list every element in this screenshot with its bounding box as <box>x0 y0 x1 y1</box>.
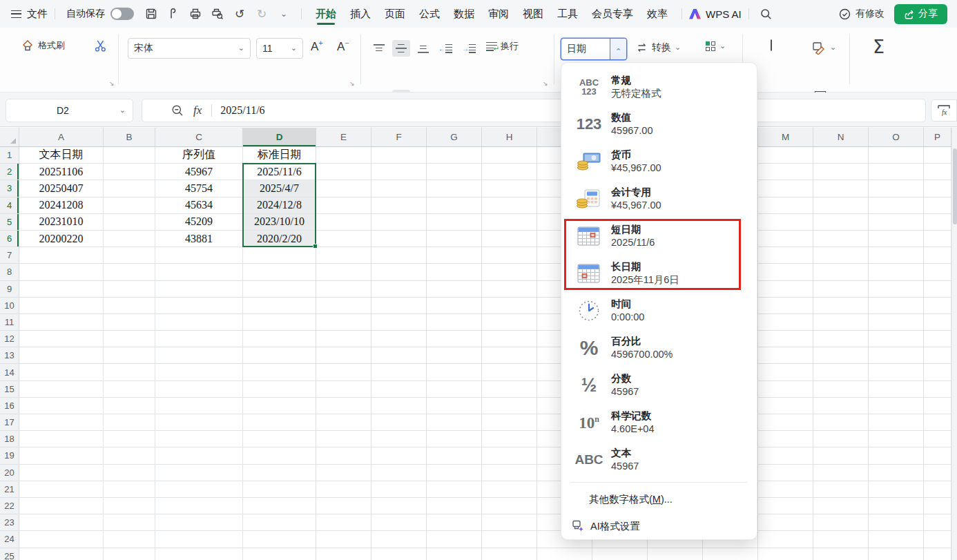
cell-E11[interactable] <box>316 314 371 331</box>
cell-D15[interactable] <box>243 381 316 398</box>
cell-P23[interactable] <box>924 514 951 531</box>
align-middle-button[interactable] <box>392 40 410 57</box>
cell-G10[interactable] <box>427 298 482 314</box>
row-header-10[interactable]: 10 <box>0 298 19 314</box>
decrease-indent-button[interactable]: ← <box>438 40 456 57</box>
cell-B9[interactable] <box>104 281 155 298</box>
cell-N3[interactable] <box>813 180 869 197</box>
cell-H4[interactable] <box>482 197 537 214</box>
cell-C20[interactable] <box>155 465 243 481</box>
cell-A22[interactable] <box>19 498 104 514</box>
cell-C22[interactable] <box>155 498 243 514</box>
zoom-formula-icon[interactable] <box>171 104 184 117</box>
cell-D19[interactable] <box>243 447 316 464</box>
cell-E20[interactable] <box>316 465 371 481</box>
cell-C6[interactable]: 43881 <box>155 231 243 247</box>
cell-M4[interactable] <box>758 197 813 214</box>
cell-C13[interactable] <box>155 347 243 364</box>
print-preview-icon[interactable] <box>207 5 228 23</box>
tab-工具[interactable]: 工具 <box>550 0 585 28</box>
cell-G25[interactable] <box>427 548 482 560</box>
cell-O18[interactable] <box>869 431 924 447</box>
cell-B2[interactable] <box>104 164 155 180</box>
search-icon[interactable] <box>756 5 777 23</box>
cell-M18[interactable] <box>758 431 813 447</box>
cell-P17[interactable] <box>924 414 951 431</box>
row-header-9[interactable]: 9 <box>0 281 19 298</box>
cell-E15[interactable] <box>316 381 371 398</box>
cell-E19[interactable] <box>316 447 371 464</box>
column-header-E[interactable]: E <box>316 128 371 147</box>
cell-P20[interactable] <box>924 465 951 481</box>
cell-N23[interactable] <box>813 514 869 531</box>
cell-O15[interactable] <box>869 381 924 398</box>
cell-P9[interactable] <box>924 281 951 298</box>
cell-N1[interactable] <box>813 147 869 164</box>
cell-H20[interactable] <box>482 465 537 481</box>
align-bottom-button[interactable] <box>414 40 432 57</box>
cell-H19[interactable] <box>482 447 537 464</box>
column-header-P[interactable]: P <box>924 128 951 147</box>
cell-N19[interactable] <box>813 447 869 464</box>
cell-B14[interactable] <box>104 364 155 380</box>
cell-D10[interactable] <box>243 298 316 314</box>
cell-B5[interactable] <box>104 214 155 231</box>
cell-C17[interactable] <box>155 414 243 431</box>
cell-B20[interactable] <box>104 465 155 481</box>
cell-N15[interactable] <box>813 381 869 398</box>
cell-E25[interactable] <box>316 548 371 560</box>
cell-P18[interactable] <box>924 431 951 447</box>
cell-B19[interactable] <box>104 447 155 464</box>
row-header-16[interactable]: 16 <box>0 398 19 414</box>
cell-H23[interactable] <box>482 514 537 531</box>
cell-F13[interactable] <box>371 347 427 364</box>
save-icon[interactable] <box>141 5 162 23</box>
share-button[interactable]: 分享 <box>894 4 947 24</box>
cell-N10[interactable] <box>813 298 869 314</box>
cell-G23[interactable] <box>427 514 482 531</box>
cell-A17[interactable] <box>19 414 104 431</box>
cell-N13[interactable] <box>813 347 869 364</box>
cell-F19[interactable] <box>371 447 427 464</box>
cell-D4[interactable]: 2024/12/8 <box>243 197 316 214</box>
cell-P5[interactable] <box>924 214 951 231</box>
tab-插入[interactable]: 插入 <box>343 0 378 28</box>
cell-P15[interactable] <box>924 381 951 398</box>
cell-M16[interactable] <box>758 398 813 414</box>
chevron-down-icon[interactable]: ⌄ <box>273 5 294 23</box>
cell-M15[interactable] <box>758 381 813 398</box>
cell-P24[interactable] <box>924 531 951 548</box>
cell-P22[interactable] <box>924 498 951 514</box>
cell-N5[interactable] <box>813 214 869 231</box>
cell-B24[interactable] <box>104 531 155 548</box>
cell-H10[interactable] <box>482 298 537 314</box>
cell-E7[interactable] <box>316 247 371 264</box>
cell-F12[interactable] <box>371 331 427 347</box>
cell-H7[interactable] <box>482 247 537 264</box>
cell-B8[interactable] <box>104 264 155 280</box>
vertical-scrollbar[interactable] <box>951 128 957 560</box>
cell-C23[interactable] <box>155 514 243 531</box>
cell-F9[interactable] <box>371 281 427 298</box>
cell-C18[interactable] <box>155 431 243 447</box>
cell-F16[interactable] <box>371 398 427 414</box>
format-option-text[interactable]: ABC文本45967 <box>561 441 757 479</box>
cell-M5[interactable] <box>758 214 813 231</box>
cell-G21[interactable] <box>427 481 482 498</box>
cell-F24[interactable] <box>371 531 427 548</box>
cell-O7[interactable] <box>869 247 924 264</box>
cell-H21[interactable] <box>482 481 537 498</box>
row-header-23[interactable]: 23 <box>0 514 19 531</box>
cell-E6[interactable] <box>316 231 371 247</box>
cell-P2[interactable] <box>924 164 951 180</box>
tab-页面[interactable]: 页面 <box>378 0 412 28</box>
cell-F22[interactable] <box>371 498 427 514</box>
cell-A10[interactable] <box>19 298 104 314</box>
name-box[interactable]: D2 <box>6 99 133 122</box>
cell-E16[interactable] <box>316 398 371 414</box>
cell-P7[interactable] <box>924 247 951 264</box>
cell-H17[interactable] <box>482 414 537 431</box>
column-header-B[interactable]: B <box>104 128 155 147</box>
sum-button[interactable]: Σ <box>873 36 884 57</box>
column-header-C[interactable]: C <box>155 128 243 147</box>
